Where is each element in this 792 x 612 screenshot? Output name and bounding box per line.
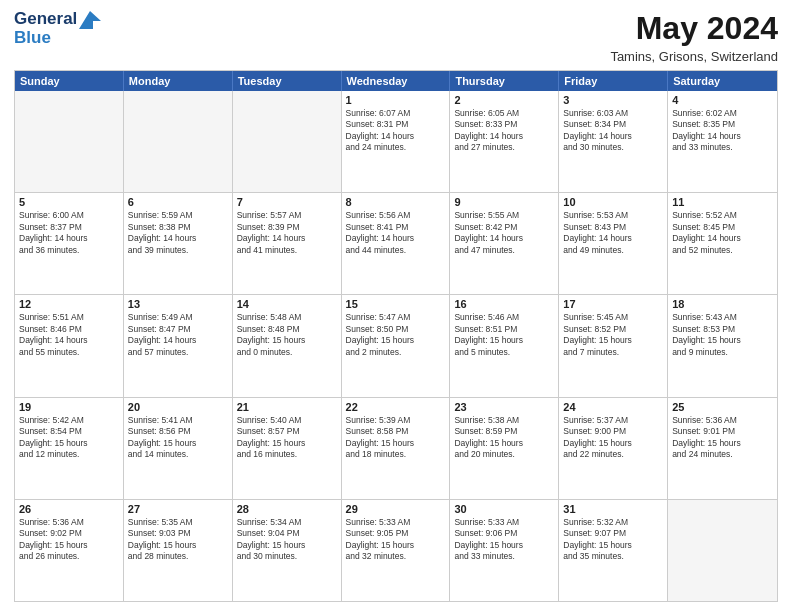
day-cell-21: 21Sunrise: 5:40 AMSunset: 8:57 PMDayligh… (233, 398, 342, 499)
day-info: Sunrise: 5:33 AMSunset: 9:06 PMDaylight:… (454, 517, 554, 563)
day-info: Sunrise: 5:57 AMSunset: 8:39 PMDaylight:… (237, 210, 337, 256)
logo-text: General (14, 10, 101, 29)
title-area: May 2024 Tamins, Grisons, Switzerland (610, 10, 778, 64)
day-number: 31 (563, 503, 663, 515)
day-info: Sunrise: 5:36 AMSunset: 9:01 PMDaylight:… (672, 415, 773, 461)
calendar-body: 1Sunrise: 6:07 AMSunset: 8:31 PMDaylight… (15, 91, 777, 601)
day-info: Sunrise: 5:32 AMSunset: 9:07 PMDaylight:… (563, 517, 663, 563)
day-cell-7: 7Sunrise: 5:57 AMSunset: 8:39 PMDaylight… (233, 193, 342, 294)
day-number: 23 (454, 401, 554, 413)
day-number: 17 (563, 298, 663, 310)
day-number: 7 (237, 196, 337, 208)
day-info: Sunrise: 5:41 AMSunset: 8:56 PMDaylight:… (128, 415, 228, 461)
day-info: Sunrise: 5:33 AMSunset: 9:05 PMDaylight:… (346, 517, 446, 563)
day-number: 19 (19, 401, 119, 413)
day-number: 20 (128, 401, 228, 413)
calendar-row-4: 19Sunrise: 5:42 AMSunset: 8:54 PMDayligh… (15, 397, 777, 499)
day-cell-17: 17Sunrise: 5:45 AMSunset: 8:52 PMDayligh… (559, 295, 668, 396)
day-number: 21 (237, 401, 337, 413)
day-cell-13: 13Sunrise: 5:49 AMSunset: 8:47 PMDayligh… (124, 295, 233, 396)
day-cell-6: 6Sunrise: 5:59 AMSunset: 8:38 PMDaylight… (124, 193, 233, 294)
weekday-header-thursday: Thursday (450, 71, 559, 91)
day-info: Sunrise: 5:51 AMSunset: 8:46 PMDaylight:… (19, 312, 119, 358)
svg-marker-0 (79, 11, 101, 29)
day-info: Sunrise: 5:35 AMSunset: 9:03 PMDaylight:… (128, 517, 228, 563)
day-info: Sunrise: 5:45 AMSunset: 8:52 PMDaylight:… (563, 312, 663, 358)
day-info: Sunrise: 6:05 AMSunset: 8:33 PMDaylight:… (454, 108, 554, 154)
day-cell-19: 19Sunrise: 5:42 AMSunset: 8:54 PMDayligh… (15, 398, 124, 499)
day-cell-28: 28Sunrise: 5:34 AMSunset: 9:04 PMDayligh… (233, 500, 342, 601)
day-number: 22 (346, 401, 446, 413)
day-info: Sunrise: 5:56 AMSunset: 8:41 PMDaylight:… (346, 210, 446, 256)
day-number: 28 (237, 503, 337, 515)
day-number: 4 (672, 94, 773, 106)
calendar-header: SundayMondayTuesdayWednesdayThursdayFrid… (15, 71, 777, 91)
day-cell-12: 12Sunrise: 5:51 AMSunset: 8:46 PMDayligh… (15, 295, 124, 396)
day-cell-25: 25Sunrise: 5:36 AMSunset: 9:01 PMDayligh… (668, 398, 777, 499)
day-number: 18 (672, 298, 773, 310)
day-cell-1: 1Sunrise: 6:07 AMSunset: 8:31 PMDaylight… (342, 91, 451, 192)
day-cell-3: 3Sunrise: 6:03 AMSunset: 8:34 PMDaylight… (559, 91, 668, 192)
empty-cell (233, 91, 342, 192)
day-number: 1 (346, 94, 446, 106)
day-info: Sunrise: 5:47 AMSunset: 8:50 PMDaylight:… (346, 312, 446, 358)
empty-cell (668, 500, 777, 601)
day-number: 5 (19, 196, 119, 208)
day-number: 27 (128, 503, 228, 515)
day-number: 9 (454, 196, 554, 208)
day-number: 25 (672, 401, 773, 413)
day-cell-31: 31Sunrise: 5:32 AMSunset: 9:07 PMDayligh… (559, 500, 668, 601)
day-info: Sunrise: 6:03 AMSunset: 8:34 PMDaylight:… (563, 108, 663, 154)
day-info: Sunrise: 5:36 AMSunset: 9:02 PMDaylight:… (19, 517, 119, 563)
day-cell-14: 14Sunrise: 5:48 AMSunset: 8:48 PMDayligh… (233, 295, 342, 396)
day-info: Sunrise: 5:55 AMSunset: 8:42 PMDaylight:… (454, 210, 554, 256)
day-info: Sunrise: 5:48 AMSunset: 8:48 PMDaylight:… (237, 312, 337, 358)
weekday-header-monday: Monday (124, 71, 233, 91)
day-cell-30: 30Sunrise: 5:33 AMSunset: 9:06 PMDayligh… (450, 500, 559, 601)
calendar: SundayMondayTuesdayWednesdayThursdayFrid… (14, 70, 778, 602)
day-cell-18: 18Sunrise: 5:43 AMSunset: 8:53 PMDayligh… (668, 295, 777, 396)
day-number: 3 (563, 94, 663, 106)
weekday-header-sunday: Sunday (15, 71, 124, 91)
day-number: 2 (454, 94, 554, 106)
day-cell-9: 9Sunrise: 5:55 AMSunset: 8:42 PMDaylight… (450, 193, 559, 294)
day-info: Sunrise: 5:37 AMSunset: 9:00 PMDaylight:… (563, 415, 663, 461)
day-cell-4: 4Sunrise: 6:02 AMSunset: 8:35 PMDaylight… (668, 91, 777, 192)
day-info: Sunrise: 6:07 AMSunset: 8:31 PMDaylight:… (346, 108, 446, 154)
weekday-header-friday: Friday (559, 71, 668, 91)
calendar-row-3: 12Sunrise: 5:51 AMSunset: 8:46 PMDayligh… (15, 294, 777, 396)
day-info: Sunrise: 5:42 AMSunset: 8:54 PMDaylight:… (19, 415, 119, 461)
day-number: 29 (346, 503, 446, 515)
day-cell-10: 10Sunrise: 5:53 AMSunset: 8:43 PMDayligh… (559, 193, 668, 294)
weekday-header-wednesday: Wednesday (342, 71, 451, 91)
day-cell-20: 20Sunrise: 5:41 AMSunset: 8:56 PMDayligh… (124, 398, 233, 499)
day-number: 24 (563, 401, 663, 413)
day-info: Sunrise: 5:43 AMSunset: 8:53 PMDaylight:… (672, 312, 773, 358)
day-cell-8: 8Sunrise: 5:56 AMSunset: 8:41 PMDaylight… (342, 193, 451, 294)
day-number: 11 (672, 196, 773, 208)
location: Tamins, Grisons, Switzerland (610, 49, 778, 64)
day-cell-2: 2Sunrise: 6:05 AMSunset: 8:33 PMDaylight… (450, 91, 559, 192)
day-info: Sunrise: 5:34 AMSunset: 9:04 PMDaylight:… (237, 517, 337, 563)
weekday-header-tuesday: Tuesday (233, 71, 342, 91)
header: General Blue May 2024 Tamins, Grisons, S… (14, 10, 778, 64)
logo-general: General (14, 9, 77, 28)
day-cell-16: 16Sunrise: 5:46 AMSunset: 8:51 PMDayligh… (450, 295, 559, 396)
day-cell-27: 27Sunrise: 5:35 AMSunset: 9:03 PMDayligh… (124, 500, 233, 601)
day-number: 6 (128, 196, 228, 208)
page: General Blue May 2024 Tamins, Grisons, S… (0, 0, 792, 612)
day-cell-5: 5Sunrise: 6:00 AMSunset: 8:37 PMDaylight… (15, 193, 124, 294)
day-info: Sunrise: 5:40 AMSunset: 8:57 PMDaylight:… (237, 415, 337, 461)
day-number: 26 (19, 503, 119, 515)
day-info: Sunrise: 5:59 AMSunset: 8:38 PMDaylight:… (128, 210, 228, 256)
day-cell-22: 22Sunrise: 5:39 AMSunset: 8:58 PMDayligh… (342, 398, 451, 499)
day-number: 30 (454, 503, 554, 515)
logo: General Blue (14, 10, 101, 47)
day-info: Sunrise: 6:02 AMSunset: 8:35 PMDaylight:… (672, 108, 773, 154)
day-number: 10 (563, 196, 663, 208)
day-cell-29: 29Sunrise: 5:33 AMSunset: 9:05 PMDayligh… (342, 500, 451, 601)
day-info: Sunrise: 5:46 AMSunset: 8:51 PMDaylight:… (454, 312, 554, 358)
day-cell-24: 24Sunrise: 5:37 AMSunset: 9:00 PMDayligh… (559, 398, 668, 499)
logo-bird-icon (79, 11, 101, 29)
day-info: Sunrise: 6:00 AMSunset: 8:37 PMDaylight:… (19, 210, 119, 256)
